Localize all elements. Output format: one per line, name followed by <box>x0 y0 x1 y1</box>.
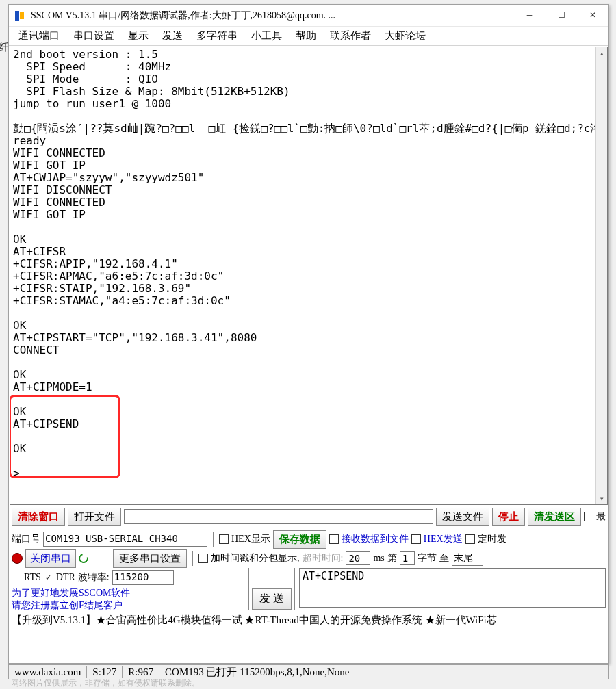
config-panel: 端口号 COM193 USB-SERIAL CH340 HEX显示 保存数据 接… <box>9 528 608 613</box>
open-file-button[interactable]: 打开文件 <box>68 508 121 526</box>
port-status-icon <box>12 553 23 564</box>
hex-display-label: HEX显示 <box>231 533 270 545</box>
port-label: 端口号 <box>12 533 40 545</box>
nth-input[interactable]: 1 <box>400 551 415 565</box>
terminal-scrollbar[interactable]: ▴ ▾ <box>595 47 607 504</box>
receive-terminal[interactable]: 2nd boot version : 1.5 SPI Speed : 40MHz… <box>10 47 608 505</box>
send-button[interactable]: 发 送 <box>252 588 292 610</box>
timeout-unit: ms <box>373 553 384 564</box>
page-footer-hint: 网络图片仅供展示，非存储，如有侵权请联系删除。 <box>11 677 200 689</box>
nth-label: 第 <box>387 552 397 564</box>
status-sent: S:127 <box>87 666 123 678</box>
banner[interactable]: 【升级到V5.13.1】★合宙高性价比4G模块值得一试 ★RT-Thread中国… <box>9 613 608 628</box>
hex-send-link[interactable]: HEX发送 <box>424 533 463 545</box>
menu-forum[interactable]: 大虾论坛 <box>378 28 433 44</box>
status-recv: R:967 <box>123 666 159 678</box>
clear-window-button[interactable]: 清除窗口 <box>12 508 65 526</box>
baud-select[interactable]: 115200 <box>112 570 174 585</box>
timestamp-label: 加时间戳和分包显示, <box>211 552 300 564</box>
more-serial-settings-button[interactable]: 更多串口设置 <box>113 549 187 568</box>
rts-checkbox[interactable] <box>12 573 21 582</box>
app-icon <box>13 9 27 23</box>
port-select[interactable]: COM193 USB-SERIAL CH340 <box>43 532 207 547</box>
status-site: www.daxia.com <box>9 666 87 678</box>
minimize-button[interactable]: ─ <box>514 5 546 26</box>
menu-contact[interactable]: 联系作者 <box>323 28 378 44</box>
refresh-icon[interactable] <box>77 551 90 564</box>
send-input[interactable]: AT+CIPSEND <box>299 568 606 608</box>
promo-line-2[interactable]: 请您注册嘉立创F结尾客户 <box>12 599 244 612</box>
byte-label: 字节 <box>418 552 437 564</box>
recv-to-file-checkbox[interactable] <box>329 534 339 544</box>
window-title: SSCOM V5.13.1 串口/网络数据调试器,作者:大虾丁丁,2618058… <box>31 10 514 22</box>
english-label: 最 <box>596 510 606 523</box>
terminal-text: 2nd boot version : 1.5 SPI Speed : 40MHz… <box>10 47 607 481</box>
end-select[interactable]: 末尾 <box>452 551 483 566</box>
scroll-down-icon[interactable]: ▾ <box>596 493 608 504</box>
menu-serial-settings[interactable]: 串口设置 <box>66 28 121 44</box>
rts-label: RTS <box>24 572 41 583</box>
recv-to-file-link[interactable]: 接收数据到文件 <box>342 533 409 545</box>
svg-rect-1 <box>20 12 24 19</box>
menu-send[interactable]: 发送 <box>155 28 190 44</box>
menu-help[interactable]: 帮助 <box>289 28 323 44</box>
baud-label: 波特率: <box>78 571 110 584</box>
menubar: 通讯端口 串口设置 显示 发送 多字符串 小工具 帮助 联系作者 大虾论坛 <box>9 27 608 46</box>
toolbar: 清除窗口 打开文件 发送文件 停止 清发送区 最 <box>9 506 608 528</box>
timed-send-label: 定时发 <box>478 533 506 545</box>
dtr-label: DTR <box>56 572 75 583</box>
app-window: SSCOM V5.13.1 串口/网络数据调试器,作者:大虾丁丁,2618058… <box>8 4 609 664</box>
stop-button[interactable]: 停止 <box>492 508 525 526</box>
close-port-button[interactable]: 关闭串口 <box>25 549 76 568</box>
hex-send-checkbox[interactable] <box>411 534 421 544</box>
hex-display-checkbox[interactable] <box>219 534 229 544</box>
maximize-button[interactable]: ☐ <box>546 5 577 26</box>
save-data-button[interactable]: 保存数据 <box>273 530 326 549</box>
timeout-input[interactable]: 20 <box>346 551 370 565</box>
promo-line-1[interactable]: 为了更好地发展SSCOM软件 <box>12 587 244 599</box>
menu-display[interactable]: 显示 <box>121 28 155 44</box>
file-path-input[interactable] <box>124 509 433 524</box>
scroll-up-icon[interactable]: ▴ <box>596 47 608 59</box>
close-button[interactable]: ✕ <box>577 5 608 26</box>
english-checkbox[interactable] <box>584 512 593 521</box>
dtr-checkbox[interactable] <box>44 573 53 582</box>
timestamp-checkbox[interactable] <box>198 554 208 563</box>
timed-send-checkbox[interactable] <box>465 534 475 544</box>
send-file-button[interactable]: 发送文件 <box>436 508 489 526</box>
menu-tools[interactable]: 小工具 <box>244 28 289 44</box>
menu-port[interactable]: 通讯端口 <box>12 28 66 44</box>
menu-multistring[interactable]: 多字符串 <box>190 28 244 44</box>
timeout-label: 超时时间: <box>303 552 344 564</box>
titlebar: SSCOM V5.13.1 串口/网络数据调试器,作者:大虾丁丁,2618058… <box>9 5 608 27</box>
clear-send-area-button[interactable]: 清发送区 <box>528 508 581 526</box>
to-label: 至 <box>439 552 449 564</box>
status-connection: COM193 已打开 115200bps,8,1,None,None <box>159 666 608 679</box>
svg-rect-0 <box>15 11 19 21</box>
